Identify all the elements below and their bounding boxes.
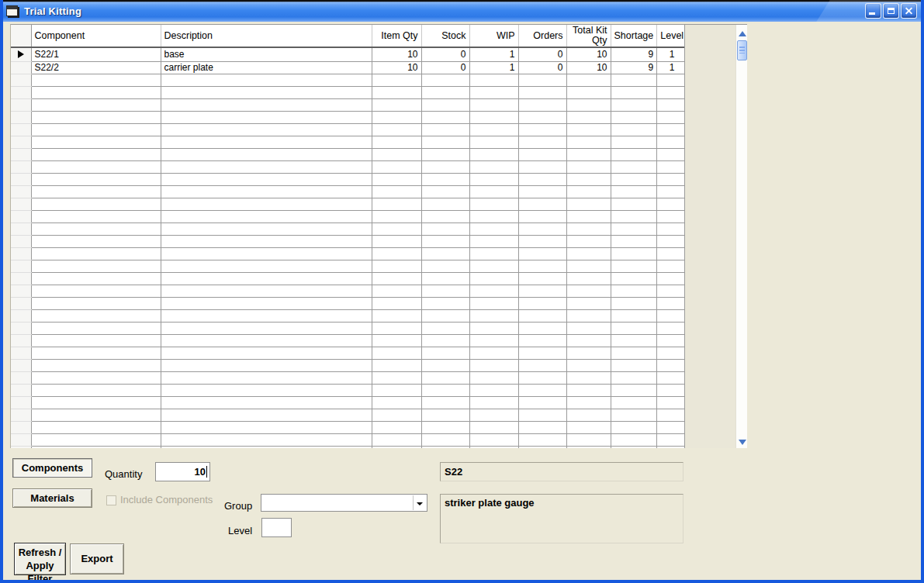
dropdown-button[interactable]: [413, 495, 426, 510]
grid-empty-row: [11, 298, 687, 310]
grid-cell[interactable]: 1: [657, 62, 687, 74]
grid-header-row: ComponentDescriptionItem QtyStockWIPOrde…: [11, 25, 687, 47]
grid-cell[interactable]: base: [161, 47, 372, 62]
grid-cell: [657, 434, 687, 447]
grid-cell: [372, 161, 421, 174]
grid-cell: [469, 211, 518, 223]
maximize-button[interactable]: [883, 3, 899, 19]
grid-cell: [161, 74, 372, 87]
grid-cell: [421, 260, 469, 273]
grid-cell[interactable]: 10: [372, 47, 421, 62]
grid-cell: [518, 161, 566, 174]
grid-cell[interactable]: 10: [566, 47, 611, 62]
grid-cell: [31, 161, 161, 174]
grid-cell[interactable]: 1: [469, 62, 518, 74]
grid-cell: [421, 323, 469, 335]
grid-cell: [372, 372, 421, 385]
row-selector: [11, 174, 31, 186]
grid-empty-row: [11, 434, 687, 447]
grid-cell[interactable]: 0: [518, 47, 566, 62]
grid-cell: [657, 298, 687, 310]
grid-cell: [566, 385, 611, 397]
grid-cell: [161, 273, 372, 285]
grid-cell[interactable]: 0: [518, 62, 566, 74]
grid-cell: [372, 136, 421, 149]
grid-cell: [469, 136, 518, 149]
grid-cell[interactable]: 9: [611, 47, 657, 62]
scroll-thumb[interactable]: [737, 40, 747, 60]
grid-cell: [566, 347, 611, 360]
grid-cell: [518, 124, 566, 136]
grid-cell: [421, 161, 469, 174]
grid-cell[interactable]: 10: [372, 62, 421, 74]
grid-cell[interactable]: 0: [421, 62, 469, 74]
scroll-down-icon[interactable]: [739, 440, 746, 445]
grid-cell: [611, 434, 657, 447]
grid-cell[interactable]: S22/2: [31, 62, 161, 74]
column-header[interactable]: Level: [657, 25, 687, 47]
row-selector[interactable]: [11, 62, 31, 74]
materials-button[interactable]: Materials: [12, 488, 92, 508]
grid-cell: [161, 397, 372, 409]
grid-empty-row: [11, 422, 687, 434]
grid-cell[interactable]: carrier plate: [161, 62, 372, 74]
grid-cell[interactable]: S22/1: [31, 47, 161, 62]
column-header[interactable]: Stock: [421, 25, 469, 47]
grid-cell: [31, 174, 161, 186]
grid-cell[interactable]: 1: [469, 47, 518, 62]
export-button[interactable]: Export: [70, 543, 124, 574]
level-input[interactable]: [261, 518, 292, 537]
column-header[interactable]: Orders: [518, 25, 566, 47]
grid-cell: [566, 409, 611, 422]
column-header[interactable]: Component: [31, 25, 161, 47]
components-button[interactable]: Components: [12, 458, 92, 478]
column-header[interactable]: Total Kit Qty: [566, 25, 611, 47]
grid-empty-row: [11, 112, 687, 124]
grid-cell: [657, 198, 687, 211]
column-header[interactable]: Shortage: [611, 25, 657, 47]
scroll-up-icon[interactable]: [739, 31, 746, 36]
grid-cell: [566, 74, 611, 87]
grid-cell[interactable]: 10: [566, 62, 611, 74]
grid-cell: [566, 260, 611, 273]
current-row-arrow-icon: [18, 50, 24, 58]
grid-cell[interactable]: 9: [611, 62, 657, 74]
group-dropdown[interactable]: [261, 494, 427, 512]
grid-cell: [469, 223, 518, 236]
grid-cell: [566, 174, 611, 186]
quantity-input[interactable]: 10: [155, 462, 210, 481]
vertical-scrollbar[interactable]: [735, 25, 747, 448]
include-components-checkbox[interactable]: [106, 495, 116, 505]
grid-cell: [421, 87, 469, 99]
grid-empty-row: [11, 99, 687, 112]
title-bar[interactable]: Trial Kitting: [0, 0, 924, 22]
grid-cell: [657, 124, 687, 136]
grid-cell[interactable]: 0: [421, 47, 469, 62]
refresh-apply-filter-button[interactable]: Refresh / Apply Filter: [14, 543, 66, 575]
grid-cell: [161, 323, 372, 335]
close-button[interactable]: [901, 3, 917, 19]
grid-cell[interactable]: 1: [657, 47, 687, 62]
grid-cell: [566, 372, 611, 385]
grid-cell: [469, 198, 518, 211]
row-selector[interactable]: [11, 47, 31, 62]
grid-cell: [469, 99, 518, 112]
minimize-button[interactable]: [865, 3, 881, 19]
column-header[interactable]: WIP: [469, 25, 518, 47]
grid-cell: [161, 149, 372, 161]
grid-cell: [31, 87, 161, 99]
grid-cell: [566, 422, 611, 434]
grid-cell: [518, 149, 566, 161]
grid-cell: [566, 99, 611, 112]
column-header[interactable]: Description: [161, 25, 372, 47]
grid-cell: [469, 236, 518, 248]
grid-empty-row: [11, 360, 687, 372]
grid-cell: [611, 298, 657, 310]
grid-cell: [518, 273, 566, 285]
grid-empty-row: [11, 149, 687, 161]
column-header[interactable]: Item Qty: [372, 25, 421, 47]
grid-cell: [161, 298, 372, 310]
grid-cell: [469, 74, 518, 87]
group-label: Group: [224, 500, 252, 512]
grid-cell: [31, 273, 161, 285]
